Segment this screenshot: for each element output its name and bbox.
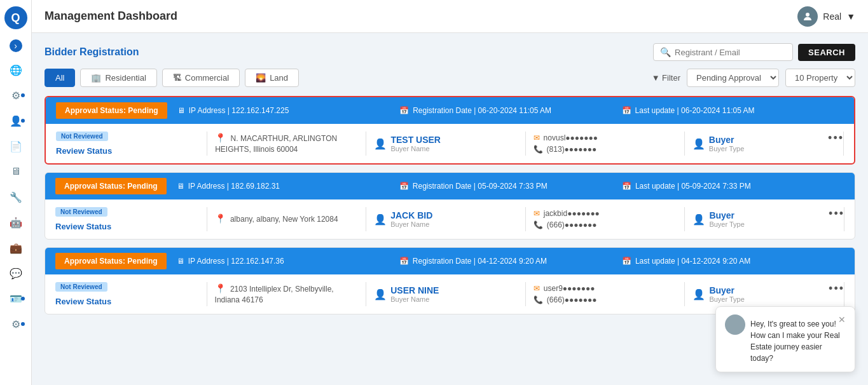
tab-residential[interactable]: 🏢 Residential bbox=[80, 69, 156, 87]
search-icon: 🔍 bbox=[660, 47, 671, 57]
buyer-type-label-1: Buyer Type bbox=[709, 220, 744, 228]
property-filter-select[interactable]: 10 Property bbox=[785, 69, 855, 87]
chat-sidebar-icon[interactable]: 💬 bbox=[6, 263, 26, 283]
email-row-2: ✉ user9●●●●●●● bbox=[534, 284, 677, 293]
briefcase-icon[interactable]: 💼 bbox=[6, 238, 26, 258]
computer-icon-0: 🖥 bbox=[177, 106, 185, 115]
app-logo[interactable]: Q bbox=[4, 6, 27, 29]
phone-row-0: 📞 (813)●●●●●●● bbox=[534, 145, 677, 154]
search-input-wrapper: 🔍 bbox=[653, 43, 793, 61]
search-button[interactable]: SEARCH bbox=[798, 44, 855, 61]
section-title: Bidder Registration bbox=[45, 46, 139, 58]
tab-land[interactable]: 🌄 Land bbox=[245, 69, 299, 87]
email-row-1: ✉ jackbid●●●●●●● bbox=[534, 209, 677, 218]
card-body-1: Not Reviewed Review Status 📍 albany, alb… bbox=[45, 199, 855, 239]
chat-widget: ✕ Hey, It's great to see you! How can I … bbox=[715, 306, 855, 372]
calendar-icon-0: 📅 bbox=[399, 106, 409, 115]
buyer-name-2: USER NINE bbox=[390, 285, 439, 295]
location-1: 📍 albany, albany, New York 12084 bbox=[215, 213, 359, 226]
ip-address-2: 🖥 IP Address | 122.162.147.36 bbox=[177, 257, 399, 266]
location-icon-0: 📍 bbox=[215, 133, 226, 143]
settings-icon[interactable]: ⚙ bbox=[6, 85, 26, 105]
phone-row-1: 📞 (666)●●●●●●● bbox=[534, 220, 677, 229]
tab-all-label: All bbox=[55, 73, 64, 83]
registration-card-0: Approval Status: Pending 🖥 IP Address | … bbox=[45, 96, 855, 165]
location-col-2: 📍 2103 Intelliplex Dr, Shelbyville, Indi… bbox=[207, 282, 367, 306]
monitor-icon[interactable]: 🖥 bbox=[6, 161, 26, 182]
registration-card-2: Approval Status: Pending 🖥 IP Address | … bbox=[45, 247, 855, 314]
phone-icon-0: 📞 bbox=[534, 145, 543, 154]
email-icon-2: ✉ bbox=[534, 284, 540, 293]
not-reviewed-badge-2: Not Reviewed bbox=[55, 282, 107, 292]
card-header-2: Approval Status: Pending 🖥 IP Address | … bbox=[45, 248, 855, 274]
location-col-0: 📍 N. MACARTHUR, ARLINGTON HEIGHTS, Illin… bbox=[207, 132, 366, 156]
buyer-type-label-0: Buyer Type bbox=[709, 145, 744, 152]
buyer-col-2: 👤 USER NINE Buyer Name bbox=[366, 282, 526, 306]
not-reviewed-badge-1: Not Reviewed bbox=[55, 207, 107, 217]
buyer-name-label-0: Buyer Name bbox=[390, 145, 441, 152]
chat-close-button[interactable]: ✕ bbox=[838, 314, 846, 325]
email-icon-0: ✉ bbox=[534, 133, 540, 142]
location-col-1: 📍 albany, albany, New York 12084 bbox=[207, 207, 367, 231]
location-2: 📍 2103 Intelliplex Dr, Shelbyville, Indi… bbox=[215, 283, 359, 306]
search-input[interactable] bbox=[675, 48, 786, 57]
card-body-0: Not Reviewed Review Status 📍 N. MACARTHU… bbox=[46, 124, 854, 163]
buyer-col-1: 👤 JACK BID Buyer Name bbox=[366, 207, 526, 231]
user-menu[interactable]: Real ▼ bbox=[797, 6, 855, 27]
filter-icon: ▼ Filter bbox=[652, 73, 680, 83]
buyer-icon-2: 👤 bbox=[374, 288, 387, 301]
phone-icon-1: 📞 bbox=[534, 220, 543, 229]
user-icon[interactable]: 👤 bbox=[6, 111, 26, 131]
avatar bbox=[797, 6, 818, 27]
location-0: 📍 N. MACARTHUR, ARLINGTON HEIGHTS, Illin… bbox=[215, 132, 358, 155]
search-bar: 🔍 SEARCH bbox=[653, 43, 855, 61]
chat-avatar bbox=[725, 314, 745, 335]
review-col-1: Not Reviewed Review Status bbox=[55, 207, 207, 231]
last-update-2: 📅 Last update | 04-12-2024 9:20 AM bbox=[622, 257, 844, 266]
filter-bar: All 🏢 Residential 🏗 Commercial 🌄 Land ▼ … bbox=[45, 69, 855, 87]
sidebar-toggle[interactable]: › bbox=[10, 39, 22, 52]
more-options-0[interactable]: ••• bbox=[828, 132, 844, 145]
gear2-icon[interactable]: ⚙ bbox=[6, 314, 26, 334]
document-icon[interactable]: 📄 bbox=[6, 136, 26, 156]
phone-row-2: 📞 (666)●●●●●●● bbox=[534, 295, 677, 304]
chat-message: Hey, It's great to see you! How can I ma… bbox=[750, 318, 846, 364]
registration-card-1: Approval Status: Pending 🖥 IP Address | … bbox=[45, 172, 855, 240]
not-reviewed-badge-0: Not Reviewed bbox=[56, 132, 108, 141]
calendar-icon-2: 📅 bbox=[399, 257, 409, 266]
calendar2-icon-2: 📅 bbox=[622, 257, 631, 266]
wrench-icon[interactable]: 🔧 bbox=[6, 187, 26, 207]
review-col-0: Not Reviewed Review Status bbox=[56, 132, 207, 156]
status-filter-select[interactable]: Pending Approval bbox=[687, 69, 779, 87]
calendar2-icon-0: 📅 bbox=[622, 106, 631, 115]
buyer-name-0: TEST USER bbox=[390, 135, 441, 145]
more-options-1[interactable]: ••• bbox=[829, 207, 844, 220]
review-status-link-0[interactable]: Review Status bbox=[56, 146, 199, 156]
reg-date-0: 📅 Registration Date | 06-20-2024 11:05 A… bbox=[399, 106, 621, 115]
globe-icon[interactable]: 🌐 bbox=[6, 60, 26, 80]
more-options-2[interactable]: ••• bbox=[829, 282, 844, 295]
review-status-link-2[interactable]: Review Status bbox=[55, 297, 199, 306]
tab-commercial-label: Commercial bbox=[185, 73, 229, 83]
buyer-type-value-2: Buyer bbox=[709, 285, 744, 295]
review-status-link-1[interactable]: Review Status bbox=[55, 222, 199, 231]
residential-icon: 🏢 bbox=[91, 73, 101, 83]
reg-date-2: 📅 Registration Date | 04-12-2024 9:20 AM bbox=[399, 257, 622, 266]
buyer-name-label-1: Buyer Name bbox=[390, 220, 432, 228]
tab-commercial[interactable]: 🏗 Commercial bbox=[162, 69, 240, 87]
svg-point-0 bbox=[806, 13, 809, 17]
calendar2-icon-1: 📅 bbox=[622, 182, 631, 191]
user-name: Real bbox=[823, 11, 841, 22]
chat-content: ✕ Hey, It's great to see you! How can I … bbox=[750, 314, 846, 364]
robot-icon[interactable]: 🤖 bbox=[6, 212, 26, 233]
approval-status-2: Approval Status: Pending bbox=[55, 253, 167, 269]
contact-col-1: ✉ jackbid●●●●●●● 📞 (666)●●●●●●● bbox=[526, 207, 685, 231]
contact-col-2: ✉ user9●●●●●●● 📞 (666)●●●●●●● bbox=[526, 282, 685, 306]
section-header: Bidder Registration 🔍 SEARCH bbox=[45, 43, 855, 61]
review-col-2: Not Reviewed Review Status bbox=[55, 282, 207, 306]
id-icon[interactable]: 🪪 bbox=[6, 288, 26, 309]
tab-all[interactable]: All bbox=[45, 69, 75, 87]
chevron-down-icon: ▼ bbox=[846, 11, 855, 22]
buyer-type-icon-0: 👤 bbox=[692, 138, 705, 150]
buyer-type-label-2: Buyer Type bbox=[709, 295, 744, 303]
